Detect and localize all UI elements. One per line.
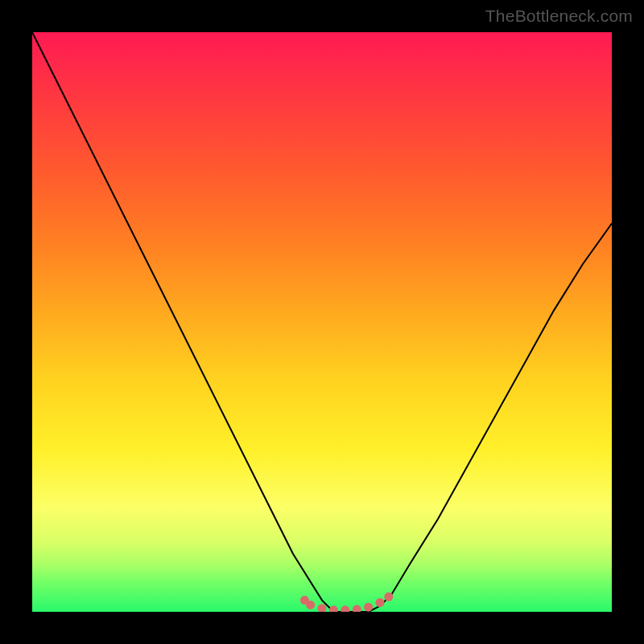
brand-watermark: TheBottleneck.com [485,6,633,26]
chart-container: TheBottleneck.com [0,0,644,644]
curve-path [32,32,612,612]
trough-marker [318,604,327,612]
chart-overlay [32,32,612,612]
trough-marker [353,605,361,612]
trough-marker [341,605,349,612]
trough-marker [364,603,373,612]
trough-marker [306,601,315,609]
trough-markers [300,592,393,612]
trough-marker [376,598,385,607]
plot-area [32,32,612,612]
bottleneck-curve [32,32,612,612]
trough-marker [384,592,393,601]
trough-marker [329,605,338,612]
